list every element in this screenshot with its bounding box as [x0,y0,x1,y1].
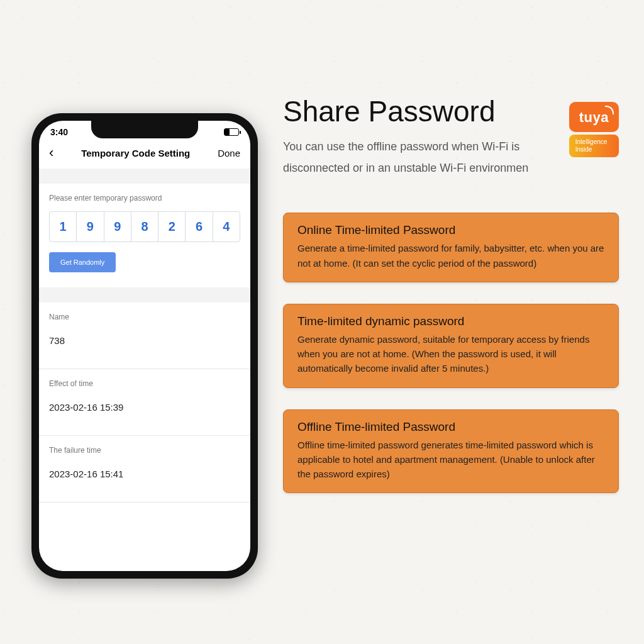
failure-time-field: The failure time 2023-02-16 15:41 [39,436,250,502]
phone-screen: 3:40 ‹ Temporary Code Setting Done Pleas… [39,121,250,571]
page-title: Temporary Code Setting [81,148,190,158]
name-value[interactable]: 738 [49,330,240,353]
phone-mockup: 3:40 ‹ Temporary Code Setting Done Pleas… [31,113,258,579]
tuya-tagline: Intelligence Inside [569,135,619,157]
app-navbar: ‹ Temporary Code Setting Done [39,140,250,169]
card-title: Online Time-limited Password [297,223,604,237]
name-label: Name [49,313,240,321]
digit-3[interactable]: 9 [104,212,131,242]
digit-2[interactable]: 9 [77,212,104,242]
digit-1[interactable]: 1 [50,212,77,242]
phone-notch [91,121,198,138]
card-title: Time-limited dynamic password [297,314,604,328]
name-field: Name 738 [39,303,250,369]
tuya-logo: tuya Intelligence Inside [569,102,619,157]
digit-4[interactable]: 8 [131,212,158,242]
failure-value[interactable]: 2023-02-16 15:41 [49,464,240,487]
effect-time-field: Effect of time 2023-02-16 15:39 [39,369,250,435]
card-body: Generate a time-limited password for fam… [297,241,604,270]
info-column: Share Password You can use the offline p… [283,94,619,493]
card-body: Offline time-limited password generates … [297,438,604,482]
failure-label: The failure time [49,446,240,455]
password-section: Please enter temporary password 1 9 9 8 … [39,184,250,287]
card-online-password: Online Time-limited Password Generate a … [283,213,619,282]
password-prompt: Please enter temporary password [49,194,240,203]
tuya-brand: tuya [569,102,619,132]
card-title: Offline Time-limited Password [297,420,604,434]
get-randomly-button[interactable]: Get Randomly [49,252,116,272]
effect-label: Effect of time [49,379,240,388]
digit-5[interactable]: 2 [158,212,186,242]
feature-cards: Online Time-limited Password Generate a … [283,213,619,493]
password-digits[interactable]: 1 9 9 8 2 6 4 [49,211,240,242]
digit-6[interactable]: 6 [186,212,213,242]
back-icon[interactable]: ‹ [49,146,53,160]
battery-icon [224,128,239,136]
status-time: 3:40 [50,127,68,137]
done-button[interactable]: Done [218,148,240,158]
digit-7[interactable]: 4 [213,212,240,242]
card-dynamic-password: Time-limited dynamic password Generate d… [283,304,619,388]
subtext: You can use the offline password when Wi… [283,136,535,179]
card-offline-password: Offline Time-limited Password Offline ti… [283,409,619,494]
effect-value[interactable]: 2023-02-16 15:39 [49,397,240,420]
card-body: Generate dynamic password, suitable for … [297,332,604,376]
